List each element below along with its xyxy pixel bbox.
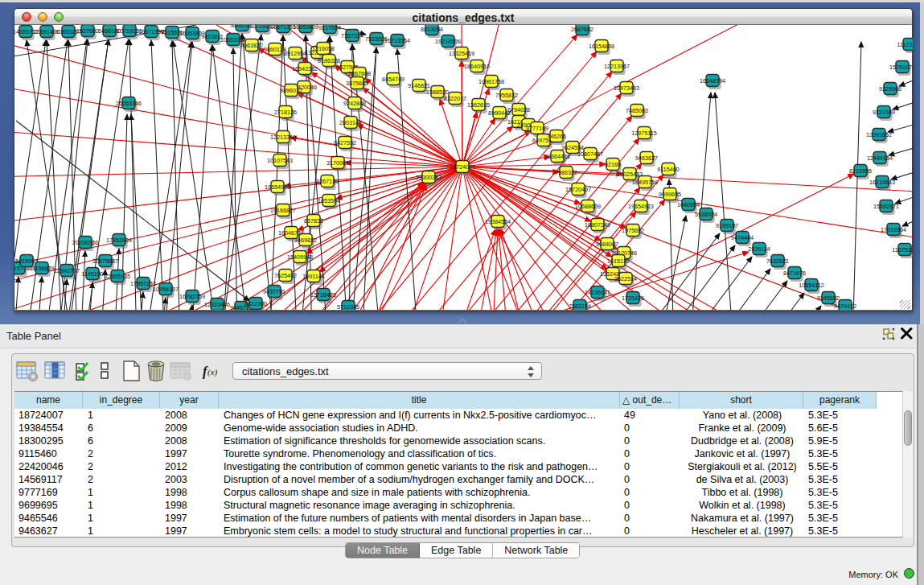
svg-text:18724007: 18724007 (450, 163, 475, 171)
svg-text:9457791: 9457791 (263, 288, 285, 295)
svg-text:20364436: 20364436 (544, 153, 570, 160)
svg-text:9115460: 9115460 (657, 166, 679, 173)
svg-text:9474412: 9474412 (834, 303, 856, 310)
svg-text:10654112: 10654112 (799, 282, 823, 289)
svg-text:746266: 746266 (547, 133, 566, 140)
svg-text:9463627: 9463627 (635, 154, 658, 162)
svg-text:16543382: 16543382 (292, 65, 318, 72)
svg-text:2803144: 2803144 (339, 119, 362, 126)
svg-text:8812300: 8812300 (244, 300, 267, 307)
svg-text:20206536: 20206536 (72, 239, 98, 246)
svg-text:2718126: 2718126 (274, 109, 297, 116)
svg-text:857833: 857833 (304, 217, 323, 225)
svg-text:11156829: 11156829 (30, 265, 55, 272)
svg-text:12444154: 12444154 (867, 154, 893, 162)
svg-text:3875685: 3875685 (346, 80, 368, 87)
svg-text:8912954: 8912954 (284, 50, 306, 57)
svg-text:11675331: 11675331 (892, 246, 913, 253)
svg-text:1733426: 1733426 (622, 295, 644, 302)
svg-text:30975887: 30975887 (92, 257, 118, 265)
svg-text:10807487: 10807487 (577, 150, 603, 158)
svg-text:10958107: 10958107 (153, 286, 179, 293)
svg-text:7485063: 7485063 (626, 107, 648, 114)
svg-text:7625402: 7625402 (274, 272, 297, 279)
svg-text:9217534: 9217534 (318, 25, 341, 31)
svg-text:11123334: 11123334 (897, 41, 913, 48)
svg-text:9084067: 9084067 (596, 241, 618, 248)
svg-text:7632621: 7632621 (766, 257, 789, 265)
svg-text:9227349: 9227349 (873, 109, 895, 116)
svg-text:10688609: 10688609 (575, 203, 601, 210)
svg-text:17353934: 17353934 (106, 237, 132, 244)
svg-text:2522514: 2522514 (614, 275, 637, 282)
svg-text:9245652: 9245652 (817, 295, 840, 302)
svg-text:2935114: 2935114 (748, 245, 770, 253)
svg-text:9242848: 9242848 (343, 100, 366, 107)
svg-text:2867608: 2867608 (348, 70, 371, 77)
svg-text:1216058: 1216058 (312, 45, 335, 52)
svg-text:1640954: 1640954 (677, 201, 700, 208)
svg-text:2687682: 2687682 (571, 26, 593, 33)
svg-text:15716485: 15716485 (310, 291, 336, 299)
svg-text:62160: 62160 (605, 161, 621, 168)
svg-text:12213967: 12213967 (604, 63, 630, 70)
svg-text:9329966: 9329966 (879, 85, 901, 93)
svg-text:19166827: 19166827 (270, 207, 296, 214)
svg-text:10025433: 10025433 (617, 171, 643, 178)
svg-text:6794028: 6794028 (507, 106, 530, 113)
svg-text:7581234: 7581234 (569, 303, 591, 310)
svg-text:9474444: 9474444 (731, 234, 754, 241)
svg-text:1053594: 1053594 (318, 197, 340, 204)
svg-text:15751074: 15751074 (889, 64, 913, 71)
svg-text:7357224: 7357224 (341, 32, 363, 39)
svg-text:8427552: 8427552 (334, 139, 356, 146)
svg-text:7986322: 7986322 (555, 169, 577, 176)
svg-text:19384554: 19384554 (485, 218, 511, 225)
svg-text:15409948: 15409948 (287, 253, 313, 261)
svg-text:9860124: 9860124 (264, 46, 286, 53)
svg-text:8813054: 8813054 (421, 26, 443, 33)
svg-text:10107543: 10107543 (267, 157, 293, 164)
svg-text:10961758: 10961758 (478, 78, 504, 85)
svg-text:8471676: 8471676 (783, 270, 806, 277)
svg-text:18807249: 18807249 (585, 221, 610, 229)
svg-text:19654923: 19654923 (628, 203, 654, 210)
svg-text:12942757: 12942757 (54, 267, 80, 274)
svg-text:16648794: 16648794 (700, 77, 725, 84)
svg-text:17016504: 17016504 (881, 226, 906, 233)
svg-text:19654943: 19654943 (265, 183, 290, 191)
svg-text:18640910: 18640910 (464, 63, 490, 70)
svg-text:5015061: 5015061 (15, 257, 38, 265)
svg-text:1975692: 1975692 (622, 227, 644, 234)
svg-text:9896012: 9896012 (280, 87, 302, 94)
svg-text:5712345: 5712345 (337, 303, 359, 310)
svg-text:14136141: 14136141 (585, 289, 610, 296)
svg-text:7663822: 7663822 (240, 42, 263, 49)
svg-text:16053809: 16053809 (293, 25, 318, 31)
svg-text:8322017: 8322017 (444, 95, 466, 102)
svg-text:16154808: 16154808 (589, 43, 614, 50)
svg-text:9199197: 9199197 (716, 222, 738, 229)
svg-text:16713554: 16713554 (384, 37, 410, 44)
svg-text:3267130: 3267130 (316, 178, 339, 185)
svg-text:5938924: 5938924 (695, 211, 717, 218)
svg-text:16210643: 16210643 (869, 179, 895, 186)
svg-text:12213369: 12213369 (270, 134, 296, 141)
svg-text:1691144: 1691144 (302, 273, 324, 280)
svg-text:1145190: 1145190 (81, 270, 103, 278)
svg-text:15692971: 15692971 (873, 203, 899, 210)
svg-text:7955812: 7955812 (495, 92, 518, 99)
svg-text:12323446: 12323446 (204, 301, 230, 308)
svg-text:3469822: 3469822 (294, 237, 317, 244)
svg-text:15720407: 15720407 (565, 186, 591, 193)
svg-text:12093852: 12093852 (866, 131, 892, 138)
svg-text:1362615: 1362615 (467, 101, 490, 109)
svg-text:19218506: 19218506 (435, 38, 461, 45)
svg-text:8215955: 8215955 (849, 167, 872, 175)
svg-text:1527602: 1527602 (76, 27, 99, 35)
svg-text:9777169: 9777169 (526, 125, 548, 132)
svg-text:12975115: 12975115 (631, 130, 656, 137)
svg-text:1615132: 1615132 (607, 257, 630, 265)
svg-text:(x): (x) (207, 367, 218, 377)
svg-text:12505135: 12505135 (105, 273, 130, 280)
